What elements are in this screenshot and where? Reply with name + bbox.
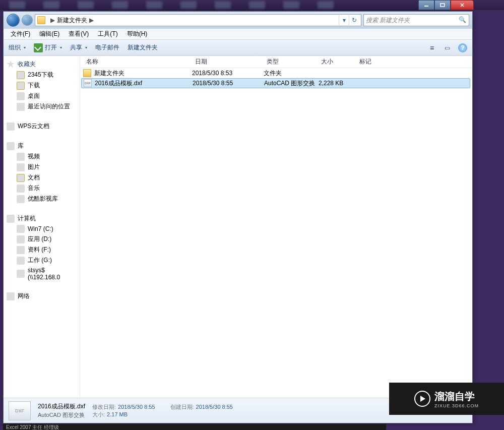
file-list: 名称 日期 类型 大小 标记 新建文件夹 2018/5/30 8:53 文件夹 … <box>80 56 472 398</box>
nav-wps-header[interactable]: WPS云文档 <box>4 121 80 132</box>
search-placeholder: 搜索 新建文件夹 <box>366 16 410 25</box>
nav-drive-d[interactable]: 应用 (D:) <box>4 234 80 244</box>
nav-drive-network[interactable]: stsys$ (\\192.168.0 <box>4 266 80 282</box>
minimize-button[interactable] <box>418 0 434 10</box>
menu-help[interactable]: 帮助(H) <box>123 29 152 39</box>
refresh-button[interactable]: ↻ <box>349 15 359 25</box>
drive-icon <box>17 225 25 233</box>
document-icon <box>17 174 25 182</box>
col-tags[interactable]: 标记 <box>356 56 472 68</box>
nav-item-desktop[interactable]: 桌面 <box>4 91 80 101</box>
drive-icon <box>17 257 25 265</box>
new-folder-button[interactable]: 新建文件夹 <box>128 42 158 53</box>
search-icon[interactable]: 🔍 <box>459 16 467 24</box>
details-size-label: 大小: <box>92 411 105 417</box>
app-icon <box>34 43 43 52</box>
youku-icon <box>17 195 25 203</box>
nav-bar: ▶ 新建文件夹 ▶ ▾ ↻ 搜索 新建文件夹 🔍 <box>4 12 472 29</box>
nav-drive-g[interactable]: 工作 (G:) <box>4 255 80 266</box>
nav-item-music[interactable]: 音乐 <box>4 183 80 194</box>
folder-icon <box>37 16 45 24</box>
share-button[interactable]: 共享 <box>70 42 87 53</box>
details-create-label: 创建日期: <box>170 404 194 410</box>
cloud-icon <box>7 122 15 131</box>
drive-icon <box>17 235 25 243</box>
open-button[interactable]: 打开 <box>34 42 62 53</box>
col-date[interactable]: 日期 <box>192 56 264 68</box>
nav-favorites-header[interactable]: 收藏夹 <box>4 59 80 70</box>
crumb-sep-icon: ▶ <box>50 17 55 24</box>
close-button[interactable] <box>451 0 474 10</box>
nav-item-recent[interactable]: 最近访问的位置 <box>4 101 80 112</box>
address-dropdown[interactable]: ▾ <box>339 15 349 25</box>
folder-icon <box>17 82 25 90</box>
breadcrumb-folder[interactable]: 新建文件夹 <box>57 16 87 25</box>
desktop-icon <box>17 92 25 100</box>
details-mod-label: 修改日期: <box>92 404 116 410</box>
network-icon <box>7 292 15 300</box>
drive-icon <box>17 246 25 254</box>
library-icon <box>7 142 15 150</box>
search-input[interactable]: 搜索 新建文件夹 🔍 <box>363 14 469 26</box>
svg-rect-1 <box>440 4 445 7</box>
nav-network-header[interactable]: 网络 <box>4 291 80 301</box>
explorer-window: ▶ 新建文件夹 ▶ ▾ ↻ 搜索 新建文件夹 🔍 文件(F) 编辑(E) 查看(… <box>3 11 473 423</box>
view-options-icon[interactable]: ≡ <box>428 44 436 52</box>
nav-drive-c[interactable]: Win7 (C:) <box>4 224 80 234</box>
col-name[interactable]: 名称 <box>83 56 192 68</box>
nav-item-videos[interactable]: 视频 <box>4 151 80 162</box>
nav-libraries-header[interactable]: 库 <box>4 141 80 151</box>
details-size-value: 2.17 MB <box>107 411 128 417</box>
help-icon[interactable]: ? <box>458 43 467 52</box>
menu-view[interactable]: 查看(V) <box>65 29 93 39</box>
nav-item-youku[interactable]: 优酷影视库 <box>4 194 80 204</box>
nav-item-2345[interactable]: 2345下载 <box>4 70 80 80</box>
video-icon <box>17 153 25 161</box>
dxf-file-icon: DXF <box>84 79 92 87</box>
file-row-dxf[interactable]: DXF2016成品模板.dxf 2018/5/30 8:55 AutoCAD 图… <box>81 78 470 88</box>
nav-item-downloads[interactable]: 下载 <box>4 80 80 91</box>
network-drive-icon <box>17 270 25 278</box>
menu-file[interactable]: 文件(F) <box>7 29 34 39</box>
folder-icon <box>83 69 91 77</box>
file-row-folder[interactable]: 新建文件夹 2018/5/30 8:53 文件夹 <box>80 68 472 78</box>
nav-pane: 收藏夹 2345下载 下载 桌面 最近访问的位置 WPS云文档 库 视频 图片 … <box>4 56 80 398</box>
play-icon <box>414 391 430 407</box>
details-filename: 2016成品模板.dxf <box>38 402 85 411</box>
details-filetype: AutoCAD 图形交换 <box>38 411 85 419</box>
file-thumbnail: DXF <box>9 401 31 420</box>
picture-icon <box>17 163 25 171</box>
nav-item-pictures[interactable]: 图片 <box>4 162 80 172</box>
forward-button[interactable] <box>22 15 33 26</box>
command-bar: 组织 打开 共享 电子邮件 新建文件夹 ≡ ▭ ? <box>4 40 472 56</box>
recent-icon <box>17 103 25 111</box>
watermark-badge: 溜溜自学 ZIXUE.3D66.COM <box>389 383 504 415</box>
menu-edit[interactable]: 编辑(E) <box>35 29 64 39</box>
crumb-sep-icon: ▶ <box>89 17 94 24</box>
maximize-button[interactable] <box>434 0 451 10</box>
nav-drive-f[interactable]: 资料 (F:) <box>4 244 80 255</box>
details-create-value: 2018/5/30 8:55 <box>196 404 233 410</box>
watermark-subtitle: ZIXUE.3D66.COM <box>434 403 479 408</box>
nav-computer-header[interactable]: 计算机 <box>4 213 80 224</box>
back-button[interactable] <box>7 14 20 27</box>
address-bar[interactable]: ▶ 新建文件夹 ▶ ▾ ↻ <box>35 14 361 26</box>
window-controls <box>418 0 474 10</box>
bottom-caption: Excel 2007 主任 经理级 <box>3 424 386 430</box>
organize-button[interactable]: 组织 <box>9 42 26 53</box>
col-size[interactable]: 大小 <box>318 56 356 68</box>
star-icon <box>7 60 15 69</box>
details-mod-value: 2018/5/30 8:55 <box>118 404 155 410</box>
folder-icon <box>17 71 25 79</box>
nav-item-documents[interactable]: 文档 <box>4 172 80 183</box>
email-button[interactable]: 电子邮件 <box>95 42 119 53</box>
col-type[interactable]: 类型 <box>264 56 318 68</box>
computer-icon <box>7 215 15 223</box>
music-icon <box>17 185 25 193</box>
preview-pane-icon[interactable]: ▭ <box>443 44 451 52</box>
column-headers: 名称 日期 类型 大小 标记 <box>80 56 472 68</box>
menu-bar: 文件(F) 编辑(E) 查看(V) 工具(T) 帮助(H) <box>4 29 472 40</box>
menu-tools[interactable]: 工具(T) <box>94 29 121 39</box>
watermark-title: 溜溜自学 <box>434 390 479 403</box>
